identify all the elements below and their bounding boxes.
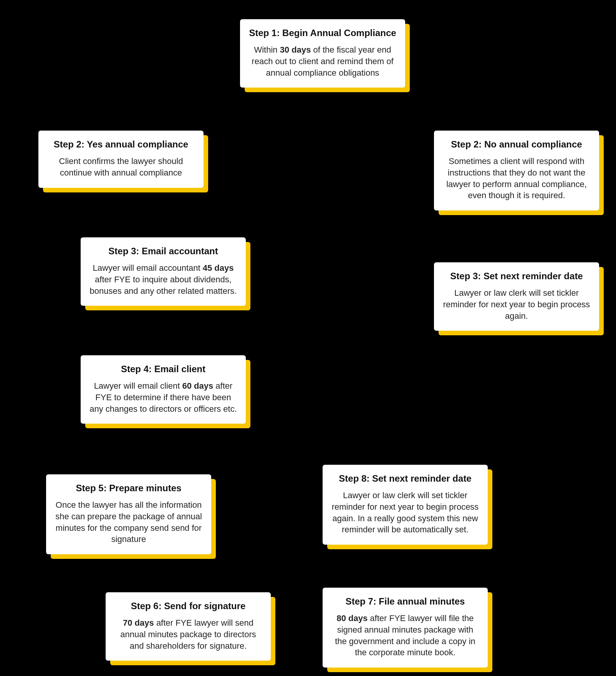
card-title: Step 1: Begin Annual Compliance bbox=[248, 27, 397, 39]
flow-card-step8: Step 8: Set next reminder date Lawyer or… bbox=[323, 465, 488, 545]
flow-card-step3-reminder: Step 3: Set next reminder date Lawyer or… bbox=[434, 262, 599, 331]
card-title: Step 4: Email client bbox=[89, 363, 237, 375]
card-body: Client confirms the lawyer should contin… bbox=[47, 156, 195, 178]
flow-card-step3-email: Step 3: Email accountant Lawyer will ema… bbox=[81, 237, 246, 306]
card-title: Step 6: Send for signature bbox=[114, 600, 262, 612]
flow-card-step5: Step 5: Prepare minutes Once the lawyer … bbox=[46, 474, 211, 554]
card-body: Lawyer or law clerk will set tickler rem… bbox=[331, 490, 479, 535]
card-body: Once the lawyer has all the information … bbox=[55, 499, 203, 545]
card-title: Step 2: No annual compliance bbox=[442, 138, 591, 150]
flow-card-step7: Step 7: File annual minutes 80 days afte… bbox=[323, 588, 488, 668]
card-title: Step 3: Set next reminder date bbox=[442, 270, 591, 282]
card-body: Within 30 days of the fiscal year end re… bbox=[248, 44, 397, 78]
card-title: Step 5: Prepare minutes bbox=[55, 482, 203, 494]
card-title: Step 8: Set next reminder date bbox=[331, 472, 479, 484]
card-title: Step 7: File annual minutes bbox=[331, 595, 479, 607]
card-body: Lawyer will email accountant 45 days aft… bbox=[89, 262, 237, 297]
card-body: Lawyer will email client 60 days after F… bbox=[89, 380, 237, 414]
flow-card-step6: Step 6: Send for signature 70 days after… bbox=[106, 592, 271, 661]
flow-card-step2-no: Step 2: No annual compliance Sometimes a… bbox=[434, 131, 599, 210]
card-body: Sometimes a client will respond with ins… bbox=[442, 156, 591, 201]
card-title: Step 2: Yes annual compliance bbox=[47, 138, 195, 150]
flow-card-step2-yes: Step 2: Yes annual compliance Client con… bbox=[38, 131, 204, 188]
card-body: 70 days after FYE lawyer will send annua… bbox=[114, 617, 262, 651]
card-body: 80 days after FYE lawyer will file the s… bbox=[331, 613, 479, 658]
flow-card-step4: Step 4: Email client Lawyer will email c… bbox=[81, 355, 246, 424]
card-title: Step 3: Email accountant bbox=[89, 245, 237, 257]
card-body: Lawyer or law clerk will set tickler rem… bbox=[442, 287, 591, 321]
flow-card-step1: Step 1: Begin Annual Compliance Within 3… bbox=[240, 19, 405, 88]
